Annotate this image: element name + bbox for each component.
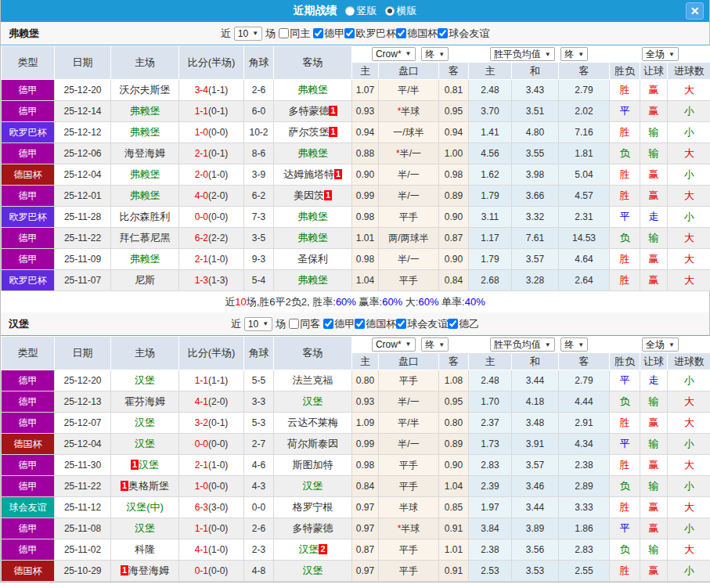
league-checkbox[interactable] — [355, 319, 365, 329]
away-team-name[interactable]: 格罗宁根 — [293, 501, 333, 513]
away-team-name[interactable]: 达姆施塔特 — [283, 168, 334, 180]
close-button[interactable]: ✕ — [686, 2, 704, 20]
league-checkbox[interactable] — [396, 28, 406, 38]
same-venue-checkbox[interactable] — [279, 28, 289, 38]
bookmaker-select[interactable]: Crow* — [372, 47, 416, 61]
league-filter[interactable]: 球会友谊 — [396, 317, 448, 331]
layout-radio-horizontal[interactable]: 横版 — [385, 4, 417, 18]
handicap-cell: 两/两球半 — [379, 228, 439, 249]
result-goals: 大 — [668, 455, 710, 476]
home-team-name[interactable]: 汉堡 — [135, 438, 155, 449]
home-team-name[interactable]: 汉堡(中) — [126, 501, 164, 513]
recent-results-panel: 近期战绩 竖版 横版 ✕ 弗赖堡 近 10 场 同主 德甲欧罗巴杯德国杯球会友谊 — [0, 0, 710, 583]
home-team-name[interactable]: 汉堡 — [135, 522, 155, 534]
league-badge: 德甲 — [2, 80, 55, 101]
halftime-score: (1-0) — [208, 544, 228, 555]
home-team-cell: 1汉堡 — [111, 455, 179, 476]
home-team-cell: 尼斯 — [111, 270, 179, 291]
league-checkbox[interactable] — [313, 28, 323, 38]
home-team-name[interactable]: 汉堡 — [135, 417, 155, 428]
home-team-name[interactable]: 弗赖堡 — [130, 168, 160, 180]
away-team-name[interactable]: 多特蒙德 — [293, 522, 333, 534]
league-filter[interactable]: 球会友谊 — [438, 27, 489, 41]
match-count-select[interactable]: 10 — [234, 27, 262, 41]
home-team-name[interactable]: 尼斯 — [135, 274, 155, 286]
away-team-name[interactable]: 云达不莱梅 — [287, 417, 338, 428]
layout-radio-vertical[interactable]: 竖版 — [345, 4, 377, 18]
home-team-name[interactable]: 弗赖堡 — [130, 253, 160, 265]
avg-odds-select[interactable]: 胜平负均值 — [490, 47, 555, 61]
same-venue-label: 同主 — [290, 27, 310, 41]
league-checkbox[interactable] — [396, 319, 406, 329]
avg-final-select[interactable]: 终 — [560, 47, 588, 61]
away-team-name[interactable]: 汉堡 — [303, 480, 323, 492]
league-badge: 德甲 — [2, 370, 55, 391]
away-odds: 1.00 — [439, 143, 469, 164]
team-section: 汉堡 近 10 场 同客 德甲德国杯球会友谊德乙 类型 — [1, 312, 709, 582]
home-team-name[interactable]: 拜仁慕尼黑 — [120, 232, 171, 243]
away-team-name[interactable]: 弗赖堡 — [297, 211, 328, 222]
avg-odds-select[interactable]: 胜平负均值 — [490, 337, 555, 352]
away-team-name[interactable]: 弗赖堡 — [297, 84, 328, 96]
home-odds: 0.99 — [352, 434, 379, 455]
home-team-cell: 弗赖堡 — [111, 164, 179, 186]
league-filter[interactable]: 德甲 — [323, 317, 355, 331]
col-type: 类型 — [2, 337, 55, 370]
away-team-name[interactable]: 萨尔茨堡 — [288, 126, 329, 138]
handicap-cell: *半球 — [379, 518, 439, 539]
home-team-name[interactable]: 汉堡 — [135, 374, 155, 386]
home-team-name[interactable]: 弗赖堡 — [130, 189, 160, 201]
avg-away-odds: 4.44 — [559, 391, 610, 413]
league-checkbox[interactable] — [344, 28, 355, 38]
match-count-select[interactable]: 10 — [244, 317, 272, 331]
home-team-name[interactable]: 海登海姆 — [124, 147, 165, 159]
home-team-name[interactable]: 比尔森胜利 — [120, 211, 171, 222]
same-venue-filter[interactable]: 同主 — [279, 27, 310, 41]
scope-select[interactable]: 全场 — [642, 337, 679, 352]
home-team-name[interactable]: 科隆 — [135, 543, 155, 555]
away-team-name[interactable]: 汉堡 — [303, 395, 323, 407]
league-checkbox[interactable] — [438, 28, 448, 38]
bookmaker-select[interactable]: Crow* — [372, 337, 416, 352]
league-checkbox[interactable] — [323, 319, 333, 329]
home-team-name[interactable]: 奥格斯堡 — [128, 480, 169, 492]
home-team-name[interactable]: 沃尔夫斯堡 — [120, 84, 171, 96]
away-team-name[interactable]: 荷尔斯泰因 — [287, 438, 338, 449]
league-filter[interactable]: 德国杯 — [396, 27, 438, 41]
result-handicap: 赢 — [640, 518, 668, 539]
away-team-name[interactable]: 美因茨 — [294, 189, 324, 201]
away-team-name[interactable]: 汉堡 — [303, 565, 323, 576]
home-team-name[interactable]: 汉堡 — [139, 459, 159, 471]
home-team-name[interactable]: 弗赖堡 — [130, 105, 160, 117]
league-filter[interactable]: 欧罗巴杯 — [344, 27, 396, 41]
away-team-name[interactable]: 弗赖堡 — [297, 274, 328, 286]
home-team-name[interactable]: 霍芬海姆 — [124, 395, 165, 407]
same-venue-filter[interactable]: 同客 — [289, 317, 320, 331]
away-team-name[interactable]: 圣保利 — [297, 253, 328, 265]
odds-final-select[interactable]: 终 — [421, 337, 449, 352]
away-team-name[interactable]: 多特蒙德 — [288, 105, 329, 117]
away-team-name[interactable]: 弗赖堡 — [297, 232, 328, 243]
league-checkbox[interactable] — [448, 319, 458, 329]
away-team-name[interactable]: 斯图加特 — [293, 459, 333, 471]
odds-final-select[interactable]: 终 — [421, 47, 449, 61]
avg-final-select[interactable]: 终 — [560, 337, 588, 352]
home-team-name[interactable]: 弗赖堡 — [130, 126, 160, 138]
away-team-name[interactable]: 法兰克福 — [293, 374, 333, 386]
league-badge: 球会友谊 — [2, 497, 55, 518]
league-filter[interactable]: 德乙 — [448, 317, 479, 331]
league-badge: 德甲 — [2, 186, 55, 207]
avg-draw-odds: 3.91 — [512, 434, 559, 455]
same-venue-checkbox[interactable] — [289, 319, 299, 329]
away-team-name[interactable]: 汉堡 — [298, 543, 319, 555]
away-team-name[interactable]: 弗赖堡 — [297, 147, 328, 159]
away-team-cell: 多特蒙德1 — [274, 101, 352, 122]
scope-select[interactable]: 全场 — [642, 47, 679, 61]
league-filter[interactable]: 德国杯 — [355, 317, 396, 331]
league-badge: 德甲 — [2, 455, 55, 476]
home-team-name[interactable]: 海登海姆 — [128, 565, 169, 576]
radio-selected-icon[interactable] — [385, 6, 395, 16]
match-date: 25-12-20 — [55, 370, 111, 391]
radio-icon[interactable] — [345, 6, 355, 16]
league-filter[interactable]: 德甲 — [313, 27, 344, 41]
